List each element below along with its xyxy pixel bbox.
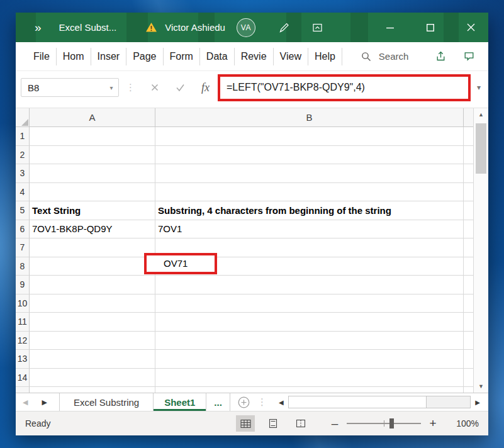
menu-tab-insert[interactable]: Inser xyxy=(91,48,127,65)
avatar[interactable]: VA xyxy=(237,18,255,37)
page-layout-view-icon[interactable] xyxy=(264,415,283,432)
row-header-2[interactable]: 2 xyxy=(16,146,30,165)
row-header-12[interactable]: 12 xyxy=(16,332,30,350)
cell-C12[interactable] xyxy=(464,332,473,350)
menu-tab-help[interactable]: Help xyxy=(308,48,342,65)
cell-C2[interactable] xyxy=(464,146,473,165)
sheet-nav-next-icon[interactable]: ▶ xyxy=(35,393,53,411)
scroll-down-icon[interactable]: ▼ xyxy=(474,380,488,393)
cell-A2[interactable] xyxy=(30,146,155,165)
cell-B4[interactable] xyxy=(155,183,464,202)
row-header-6[interactable]: 6 xyxy=(16,220,30,239)
row-header-7[interactable]: 7 xyxy=(16,238,30,257)
cell-C4[interactable] xyxy=(464,183,473,202)
cell-A13[interactable] xyxy=(30,350,155,369)
name-box[interactable]: B8 ▾ xyxy=(21,78,119,97)
cell-C11[interactable] xyxy=(464,313,473,332)
formula-bar-grip-icon[interactable]: ⋮ xyxy=(126,82,135,93)
horizontal-scrollbar[interactable]: ◀ ▶ xyxy=(274,393,484,411)
minimize-button[interactable] xyxy=(386,23,395,32)
cell-C3[interactable] xyxy=(464,164,473,183)
scroll-left-icon[interactable]: ◀ xyxy=(274,399,288,406)
cell-C15[interactable] xyxy=(464,387,473,393)
menu-tab-file[interactable]: File xyxy=(27,48,57,65)
cell-A8[interactable] xyxy=(30,257,155,276)
confirm-entry-icon[interactable] xyxy=(176,83,185,92)
row-header-15[interactable] xyxy=(16,387,30,393)
name-box-dropdown-icon[interactable]: ▾ xyxy=(104,84,118,91)
row-header-1[interactable]: 1 xyxy=(16,127,30,146)
account-name[interactable]: Victor Ashiedu xyxy=(165,22,225,33)
horizontal-scroll-thumb[interactable] xyxy=(289,396,427,408)
cell-C13[interactable] xyxy=(464,350,473,369)
cell-B2[interactable] xyxy=(155,146,464,165)
row-header-13[interactable]: 13 xyxy=(16,350,30,369)
cell-A14[interactable] xyxy=(30,369,155,388)
column-header-B[interactable]: B xyxy=(155,108,464,127)
warning-icon[interactable] xyxy=(145,22,157,33)
cell-C10[interactable] xyxy=(464,294,473,313)
cell-A4[interactable] xyxy=(30,183,155,202)
cell-B1[interactable] xyxy=(155,127,464,146)
scroll-right-icon[interactable]: ▶ xyxy=(471,399,484,406)
cell-A9[interactable] xyxy=(30,276,155,294)
maximize-button[interactable] xyxy=(426,23,435,32)
formula-bar-expand-icon[interactable]: ▾ xyxy=(477,83,481,92)
zoom-slider-handle[interactable] xyxy=(389,418,394,428)
insert-function-button[interactable]: fx xyxy=(201,81,210,94)
page-break-preview-icon[interactable] xyxy=(291,415,310,432)
cell-A5[interactable]: Text String xyxy=(30,201,155,220)
menu-tab-formulas[interactable]: Form xyxy=(164,48,200,65)
menu-tab-data[interactable]: Data xyxy=(200,48,235,65)
cell-B9[interactable] xyxy=(155,276,464,294)
zoom-slider[interactable] xyxy=(347,418,421,428)
cell-B15[interactable] xyxy=(155,387,464,393)
menu-tab-page-layout[interactable]: Page xyxy=(126,48,163,65)
cell-B6[interactable]: 7OV1 xyxy=(155,220,464,239)
share-icon[interactable] xyxy=(435,51,446,62)
row-header-4[interactable]: 4 xyxy=(16,183,30,202)
search-box[interactable]: Search xyxy=(361,51,409,62)
cell-A10[interactable] xyxy=(30,294,155,313)
cell-B8[interactable]: OV71 xyxy=(155,257,464,276)
cell-B3[interactable] xyxy=(155,164,464,183)
cancel-entry-icon[interactable] xyxy=(150,83,159,92)
select-all-corner[interactable] xyxy=(16,108,30,127)
row-header-8[interactable]: 8 xyxy=(16,257,30,276)
cell-B5[interactable]: Substring, 4 characters from beginning o… xyxy=(155,201,464,220)
column-header-A[interactable]: A xyxy=(30,108,155,127)
cell-C9[interactable] xyxy=(464,276,473,294)
menu-tab-home[interactable]: Hom xyxy=(57,48,91,65)
row-header-14[interactable]: 14 xyxy=(16,369,30,388)
cell-C5[interactable] xyxy=(464,201,473,220)
ribbon-display-options-icon[interactable] xyxy=(312,22,323,33)
vertical-scrollbar[interactable]: ▲ ▼ xyxy=(473,108,488,393)
scroll-up-icon[interactable]: ▲ xyxy=(474,108,488,121)
cell-C7[interactable] xyxy=(464,238,473,257)
zoom-level-label[interactable]: 100% xyxy=(452,418,479,428)
cell-A1[interactable] xyxy=(30,127,155,146)
cell-C14[interactable] xyxy=(464,369,473,388)
cell-A12[interactable] xyxy=(30,332,155,350)
zoom-in-button[interactable]: + xyxy=(428,417,437,430)
vertical-scroll-thumb[interactable] xyxy=(476,123,486,174)
close-button[interactable] xyxy=(466,23,476,32)
cell-B13[interactable] xyxy=(155,350,464,369)
cell-C1[interactable] xyxy=(464,127,473,146)
cell-B14[interactable] xyxy=(155,369,464,388)
quick-access-chevrons-icon[interactable]: » xyxy=(35,21,43,35)
sheet-tabs-overflow[interactable]: ... xyxy=(206,393,230,411)
sheet-nav-previous-icon[interactable]: ◀ xyxy=(16,393,35,411)
sheet-tab-excel-substring[interactable]: Excel Substring xyxy=(59,393,154,411)
draw-pen-icon[interactable] xyxy=(278,22,289,33)
row-header-11[interactable]: 11 xyxy=(16,313,30,332)
cell-A7[interactable] xyxy=(30,238,155,257)
menu-tab-review[interactable]: Revie xyxy=(235,48,274,65)
cell-A15[interactable] xyxy=(30,387,155,393)
vertical-scroll-track[interactable] xyxy=(474,121,488,380)
cell-B10[interactable] xyxy=(155,294,464,313)
cell-C6[interactable] xyxy=(464,220,473,239)
comments-icon[interactable] xyxy=(464,51,474,62)
cell-B12[interactable] xyxy=(155,332,464,350)
row-header-10[interactable]: 10 xyxy=(16,294,30,313)
